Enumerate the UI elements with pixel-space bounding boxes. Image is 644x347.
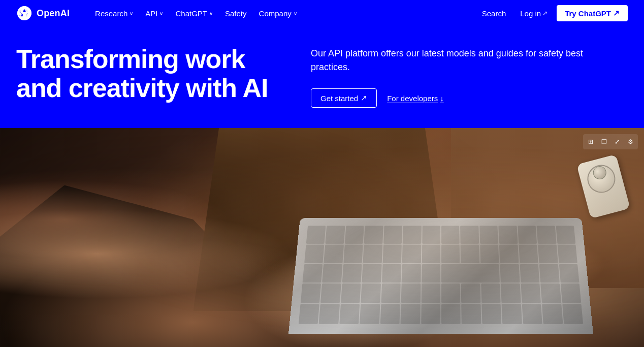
hero-right: Our API platform offers our latest model… bbox=[311, 45, 628, 108]
hero-left: Transforming work and creativity with AI bbox=[16, 45, 280, 103]
settings-icon[interactable]: ⚙ bbox=[624, 136, 636, 148]
arrow-icon: ↗ bbox=[361, 93, 367, 103]
expand-icon[interactable]: ⤢ bbox=[611, 136, 623, 148]
external-link-icon: ↗ bbox=[542, 10, 548, 17]
hero-section: Transforming work and creativity with AI… bbox=[0, 26, 644, 128]
get-started-button[interactable]: Get started ↗ bbox=[311, 88, 377, 108]
copy-icon[interactable]: ❐ bbox=[598, 136, 610, 148]
for-developers-button[interactable]: For developers ↓ bbox=[387, 89, 444, 107]
login-button[interactable]: Log in ↗ bbox=[515, 6, 553, 21]
openai-logo-icon bbox=[16, 5, 33, 21]
arrow-down-icon: ↓ bbox=[440, 94, 444, 103]
arrow-icon: ↗ bbox=[613, 9, 620, 18]
chevron-down-icon: ∨ bbox=[294, 11, 297, 16]
chevron-down-icon: ∨ bbox=[159, 11, 163, 16]
chevron-down-icon: ∨ bbox=[209, 11, 213, 16]
hero-photo bbox=[0, 128, 644, 347]
grid-icon[interactable]: ⊞ bbox=[585, 136, 597, 148]
navbar: OpenAI Research ∨ API ∨ ChatGPT ∨ Safety… bbox=[0, 0, 644, 26]
hero-description: Our API platform offers our latest model… bbox=[311, 47, 595, 74]
nav-link-api[interactable]: API ∨ bbox=[140, 6, 168, 21]
hero-buttons: Get started ↗ For developers ↓ bbox=[311, 88, 628, 108]
hero-image-section: ⊞ ❐ ⤢ ⚙ bbox=[0, 128, 644, 347]
nav-actions: Search Log in ↗ Try ChatGPT ↗ bbox=[477, 5, 628, 21]
try-chatgpt-button[interactable]: Try ChatGPT ↗ bbox=[557, 5, 628, 21]
nav-link-research[interactable]: Research ∨ bbox=[90, 6, 138, 21]
chevron-down-icon: ∨ bbox=[130, 11, 133, 16]
search-button[interactable]: Search bbox=[477, 6, 511, 21]
nav-link-chatgpt[interactable]: ChatGPT ∨ bbox=[170, 6, 218, 21]
hero-title: Transforming work and creativity with AI bbox=[16, 45, 280, 103]
nav-link-safety[interactable]: Safety bbox=[220, 6, 252, 21]
brand-name: OpenAI bbox=[37, 8, 70, 19]
laptop bbox=[288, 204, 593, 347]
logo[interactable]: OpenAI bbox=[16, 5, 70, 21]
nav-links: Research ∨ API ∨ ChatGPT ∨ Safety Compan… bbox=[90, 6, 477, 21]
image-toolbar: ⊞ ❐ ⤢ ⚙ bbox=[583, 134, 638, 149]
nav-link-company[interactable]: Company ∨ bbox=[254, 6, 302, 21]
